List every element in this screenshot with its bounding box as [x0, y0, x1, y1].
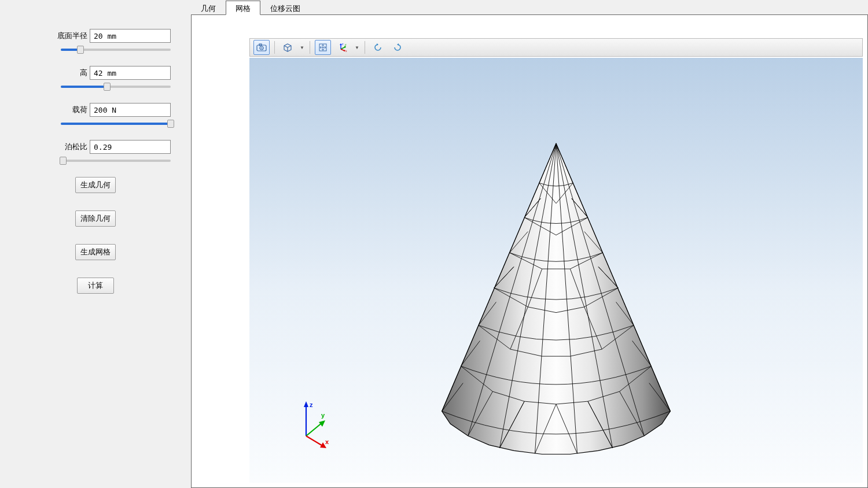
svg-marker-17 — [304, 401, 308, 407]
svg-text:z: z — [342, 42, 344, 46]
slider-fill — [61, 123, 171, 125]
tab-mesh[interactable]: 网格 — [226, 1, 260, 15]
label-load: 载荷 — [72, 105, 87, 115]
slider-handle[interactable] — [104, 83, 111, 91]
slider-handle[interactable] — [167, 120, 174, 128]
rotate-ccw-icon[interactable] — [370, 40, 386, 55]
input-base-radius[interactable] — [90, 29, 171, 43]
mesh-cone — [249, 58, 863, 483]
slider-handle[interactable] — [77, 46, 84, 54]
y-axis-label: y — [321, 412, 325, 419]
slider-handle[interactable] — [60, 157, 67, 165]
cube-view-dropdown[interactable]: ▼ — [299, 40, 305, 55]
axis-triad-widget[interactable]: z y x — [296, 400, 336, 454]
toolbar-separator — [310, 41, 310, 54]
sidebar: 底面半径 高 载荷 — [0, 0, 191, 488]
axis-dropdown[interactable]: ▼ — [354, 40, 360, 55]
svg-point-2 — [261, 47, 262, 49]
tab-displacement[interactable]: 位移云图 — [260, 1, 310, 15]
axis-triad-icon[interactable]: zyx — [334, 40, 351, 55]
svg-marker-19 — [319, 420, 325, 427]
slider-height[interactable] — [61, 86, 171, 88]
tab-geometry[interactable]: 几何 — [191, 1, 226, 15]
compute-button[interactable]: 计算 — [77, 278, 114, 294]
viewport-toolbar: ▼ zyx ▼ — [249, 38, 863, 57]
button-column: 生成几何 清除几何 生成网格 计算 — [20, 177, 171, 294]
param-load: 载荷 — [20, 103, 171, 125]
input-height[interactable] — [90, 66, 171, 80]
svg-text:x: x — [345, 49, 347, 53]
viewport-container: ▼ zyx ▼ — [191, 15, 868, 488]
x-axis-label: x — [325, 438, 329, 445]
generate-mesh-button[interactable]: 生成网格 — [75, 244, 116, 260]
param-poisson: 泊松比 — [20, 140, 171, 162]
slider-fill — [61, 86, 107, 88]
clear-geometry-button[interactable]: 清除几何 — [75, 210, 116, 227]
slider-load[interactable] — [61, 123, 171, 125]
app-root: 底面半径 高 载荷 — [0, 0, 868, 488]
3d-viewport[interactable]: z y x — [249, 58, 863, 483]
slider-poisson[interactable] — [61, 160, 171, 162]
param-base-radius: 底面半径 — [20, 29, 171, 51]
svg-line-20 — [306, 436, 323, 446]
label-base-radius: 底面半径 — [57, 31, 87, 41]
slider-base-radius[interactable] — [61, 49, 171, 51]
param-height: 高 — [20, 66, 171, 88]
toolbar-separator — [274, 41, 275, 54]
rotate-cw-icon[interactable] — [389, 40, 406, 55]
svg-text:y: y — [345, 43, 347, 46]
z-axis-label: z — [310, 401, 313, 408]
label-height: 高 — [80, 68, 87, 78]
main-panel: 几何 网格 位移云图 ▼ zyx ▼ — [191, 0, 868, 488]
cube-view-icon[interactable] — [279, 40, 296, 55]
label-poisson: 泊松比 — [65, 142, 87, 152]
toolbar-separator — [365, 41, 365, 54]
camera-icon[interactable] — [253, 40, 270, 55]
input-poisson[interactable] — [90, 140, 171, 154]
svg-line-18 — [306, 422, 323, 436]
input-load[interactable] — [90, 103, 171, 117]
zoom-extents-icon[interactable] — [315, 40, 331, 55]
tabs: 几何 网格 位移云图 — [191, 0, 868, 15]
generate-geometry-button[interactable]: 生成几何 — [75, 177, 116, 193]
